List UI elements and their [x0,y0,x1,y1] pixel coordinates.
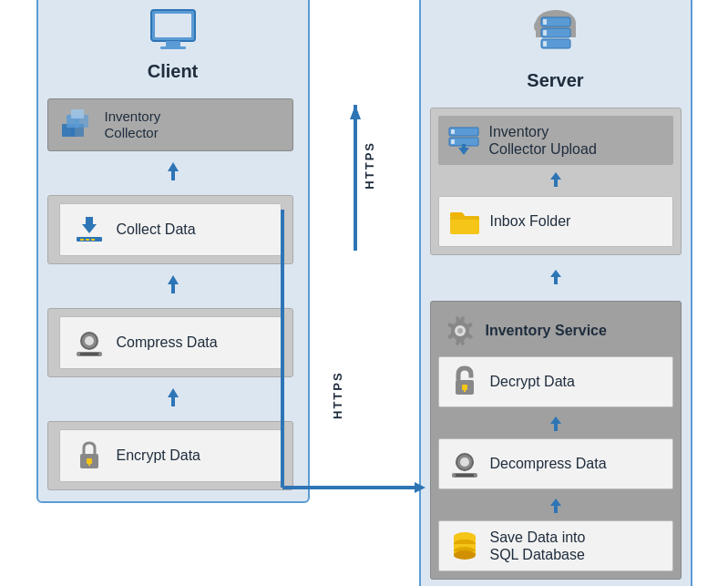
svg-marker-9 [168,162,179,180]
database-icon [446,528,483,564]
svg-rect-1 [155,14,191,37]
download-icon [71,211,108,248]
svg-rect-13 [86,239,89,241]
gear-icon [442,313,478,349]
inbox-folder-label: Inbox Folder [490,212,571,230]
svg-rect-2 [166,41,180,46]
https-connector: HTTPS [337,105,392,269]
svg-rect-31 [543,19,547,25]
encrypt-data-inner: Encrypt Data [59,429,282,482]
save-data-label: Save Data intoSQL Database [490,529,586,563]
svg-rect-14 [91,239,95,241]
diagram: Client InventoryCollector [18,0,711,586]
save-data-card: Save Data intoSQL Database [438,520,673,571]
svg-rect-39 [451,139,455,144]
svg-rect-8 [71,109,84,118]
svg-marker-25 [350,105,361,119]
encrypt-data-card: Encrypt Data [47,421,293,490]
client-title: Client [148,61,199,82]
svg-marker-20 [168,388,179,406]
svg-marker-44 [550,270,561,284]
unlock-icon [446,364,483,400]
svg-marker-11 [82,217,97,233]
svg-point-52 [460,457,469,467]
svg-marker-41 [550,172,561,187]
folder-icon [446,203,483,240]
compress-data-label: Compress Data [117,334,218,351]
https-label: HTTPS [363,141,376,190]
svg-point-46 [457,328,463,334]
server-arrow-3 [438,413,673,437]
decrypt-data-label: Decrypt Data [490,373,575,390]
inventory-service-label: Inventory Service [486,322,607,339]
svg-marker-50 [550,416,561,431]
compress-data-card: Compress Data [47,308,293,377]
compress-icon [71,324,108,361]
inventory-service-header: Inventory Service [438,309,673,356]
server-stack-icon [538,15,574,56]
svg-rect-37 [451,129,455,134]
service-section: Inventory Service Decrypt Data [430,301,682,580]
monitor-icon [148,8,199,52]
collect-data-inner: Collect Data [59,203,282,256]
svg-point-62 [454,550,476,560]
svg-rect-43 [450,216,479,220]
svg-marker-55 [550,499,561,513]
server-arrow-4 [438,495,673,519]
svg-rect-3 [160,46,186,49]
svg-rect-49 [464,388,466,392]
decompress-data-card: Decompress Data [438,438,673,489]
svg-rect-23 [88,462,90,466]
svg-rect-19 [80,353,98,355]
inventory-collector-upload-label: InventoryCollector Upload [489,123,597,158]
decrypt-data-card: Decrypt Data [438,356,673,407]
encrypt-data-label: Encrypt Data [117,447,200,464]
cubes-icon [59,107,96,143]
upload-server-icon [446,122,482,159]
inventory-collector-upload-card: InventoryCollector Upload [438,116,673,165]
collect-data-label: Collect Data [117,221,196,238]
svg-point-17 [85,336,94,345]
svg-rect-54 [456,474,474,477]
server-arrow-2 [430,266,682,290]
arrow-1 [47,159,299,188]
server-panel: Server InventoryCollector Upload [419,0,692,586]
lock-icon [71,437,108,474]
inbox-folder-card: Inbox Folder [438,196,673,247]
client-panel: Client InventoryCollector [36,0,310,503]
decompress-data-label: Decompress Data [490,455,607,472]
svg-rect-12 [80,239,84,241]
server-title: Server [527,70,583,91]
svg-marker-15 [168,275,179,293]
svg-rect-33 [543,30,547,36]
upload-section: InventoryCollector Upload Inbox Folder [430,108,682,255]
collect-data-card: Collect Data [47,195,293,264]
server-arrow-1 [438,169,673,192]
arrow-2 [47,272,299,301]
inventory-collector-card: InventoryCollector [47,98,293,151]
svg-rect-35 [543,41,547,46]
decompress-icon [446,446,483,482]
inventory-collector-label: InventoryCollector [105,108,161,141]
arrow-3 [47,385,299,414]
compress-data-inner: Compress Data [59,316,282,369]
